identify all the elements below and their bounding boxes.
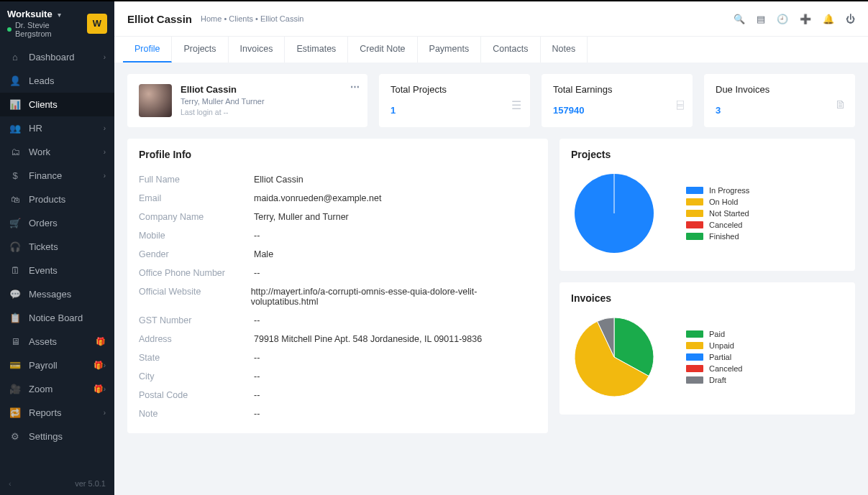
sidebar-item-events[interactable]: 🗓Events (0, 259, 114, 282)
stat-value: 1 (390, 105, 518, 116)
profile-label: Mobile (139, 231, 254, 241)
sidebar-item-label: Dashboard (29, 52, 104, 63)
chevron-right-icon: › (104, 148, 106, 156)
tab-estimates[interactable]: Estimates (285, 37, 348, 63)
tab-credit-note[interactable]: Credit Note (348, 37, 417, 63)
sidebar-item-products[interactable]: 🛍Products (0, 188, 114, 211)
projects-chart-card: Projects In ProgressOn HoldNot StartedCa… (559, 139, 855, 271)
stat-due-invoices[interactable]: Due Invoices 3 🗎 (704, 74, 855, 127)
stat-title: Total Projects (390, 84, 518, 95)
add-icon[interactable]: ➕ (800, 14, 811, 24)
stat-total-earnings[interactable]: Total Earnings 157940 ⌸ (542, 74, 693, 127)
stat-value: 3 (716, 105, 844, 116)
lower-row: Profile Info Full NameElliot CassinEmail… (127, 139, 855, 433)
legend-item: Not Started (686, 209, 749, 218)
stat-total-projects[interactable]: Total Projects 1 ☰ (379, 74, 530, 127)
sidebar-item-orders[interactable]: 🛒Orders (0, 211, 114, 235)
sidebar-item-hr[interactable]: 👥HR› (0, 116, 114, 140)
profile-row: Official Websitehttp://mayert.info/a-cor… (139, 282, 536, 311)
client-name: Elliot Cassin (181, 84, 265, 95)
headset-icon: 🎧 (9, 241, 22, 252)
sidebar-item-tickets[interactable]: 🎧Tickets (0, 235, 114, 259)
profile-value: -- (254, 315, 260, 325)
stat-value: 157940 (553, 105, 681, 116)
profile-value: 79918 Mitchell Pine Apt. 548 Jordaneside… (254, 334, 482, 344)
sidebar-item-work[interactable]: 🗂Work› (0, 140, 114, 164)
legend-swatch (686, 342, 703, 349)
legend-item: On Hold (686, 198, 749, 206)
legend-swatch (686, 376, 703, 384)
sidebar-item-payroll[interactable]: 💳Payroll🎁› (0, 353, 114, 377)
notes-icon[interactable]: ▤ (757, 14, 765, 24)
legend-item: Unpaid (686, 341, 742, 350)
current-user[interactable]: Dr. Stevie Bergstrom (7, 21, 87, 38)
gift-icon: 🎁 (96, 337, 106, 346)
sidebar-item-label: Work (29, 147, 104, 157)
profile-row: Company NameTerry, Muller and Turner (139, 208, 536, 226)
loop-icon: 🔁 (9, 407, 22, 418)
avatar (139, 84, 172, 117)
sidebar-item-leads[interactable]: 👤Leads (0, 69, 114, 93)
sidebar-item-messages[interactable]: 💬Messages (0, 282, 114, 306)
profile-value: Male (254, 249, 273, 259)
tab-payments[interactable]: Payments (418, 37, 482, 63)
profile-row: Postal Code-- (139, 386, 536, 404)
tab-notes[interactable]: Notes (541, 37, 588, 63)
chevron-right-icon: › (104, 385, 106, 393)
clipboard-icon: 📋 (9, 313, 22, 323)
home-icon: ⌂ (9, 52, 22, 63)
collapse-sidebar-button[interactable]: ‹ (9, 479, 12, 488)
profile-label: Address (139, 334, 254, 344)
sidebar-item-clients[interactable]: 📊Clients (0, 93, 114, 116)
profile-label: Note (139, 409, 254, 419)
page-title: Elliot Cassin (127, 13, 192, 25)
breadcrumb-link: Elliot Cassin (260, 14, 304, 23)
sidebar-item-notice-board[interactable]: 📋Notice Board (0, 306, 114, 330)
sidebar-item-label: Products (29, 194, 106, 205)
sidebar-item-zoom[interactable]: 🎥Zoom🎁› (0, 377, 114, 401)
right-column: Projects In ProgressOn HoldNot StartedCa… (559, 139, 855, 415)
profile-row: Office Phone Number-- (139, 264, 536, 282)
tab-contacts[interactable]: Contacts (481, 37, 540, 63)
profile-info-title: Profile Info (139, 149, 536, 160)
app-switcher[interactable]: Worksuite ▾ (7, 9, 87, 19)
gift-icon: 🎁 (93, 384, 104, 394)
dollar-icon: $ (9, 170, 22, 181)
profile-row: Note-- (139, 404, 536, 423)
tab-profile[interactable]: Profile (123, 37, 172, 63)
coins-icon: ⌸ (677, 98, 684, 111)
tab-invoices[interactable]: Invoices (229, 37, 285, 63)
topbar: Elliot Cassin Home • Clients • Elliot Ca… (114, 1, 868, 36)
power-icon[interactable]: ⏻ (846, 14, 855, 24)
search-icon[interactable]: 🔍 (734, 14, 745, 24)
profile-row: Full NameElliot Cassin (139, 170, 536, 189)
layers-icon: ☰ (511, 98, 521, 112)
chevron-right-icon: › (104, 124, 106, 132)
sidebar-item-dashboard[interactable]: ⌂Dashboard› (0, 45, 114, 69)
profile-label: Postal Code (139, 390, 254, 400)
topbar-actions: 🔍 ▤ 🕘 ➕ 🔔 ⏻ (734, 14, 855, 24)
sidebar-item-label: Events (29, 265, 106, 276)
legend-swatch (686, 233, 703, 240)
app-logo[interactable]: W (87, 14, 107, 34)
clock-icon[interactable]: 🕘 (777, 14, 788, 24)
tab-projects[interactable]: Projects (172, 37, 228, 63)
sidebar-item-assets[interactable]: 🖥Assets🎁 (0, 330, 114, 353)
profile-label: Office Phone Number (139, 268, 254, 278)
sidebar-item-settings[interactable]: ⚙Settings (0, 425, 114, 448)
bell-icon[interactable]: 🔔 (823, 14, 834, 24)
sidebar-item-reports[interactable]: 🔁Reports› (0, 401, 114, 425)
breadcrumb-link[interactable]: Clients (229, 14, 253, 23)
profile-row: State-- (139, 348, 536, 367)
gear-icon: ⚙ (9, 431, 22, 442)
gift-icon: 🎁 (93, 361, 104, 370)
profile-row: City-- (139, 367, 536, 386)
sidebar-item-label: Notice Board (29, 313, 106, 323)
breadcrumb-link[interactable]: Home (201, 14, 221, 23)
client-card-menu[interactable]: ⋯ (350, 81, 360, 92)
sidebar-item-finance[interactable]: $Finance› (0, 164, 114, 188)
profile-label: Official Website (139, 287, 251, 307)
chevron-down-icon: ▾ (58, 11, 61, 19)
status-dot-icon (7, 27, 12, 32)
stat-title: Total Earnings (553, 84, 681, 95)
